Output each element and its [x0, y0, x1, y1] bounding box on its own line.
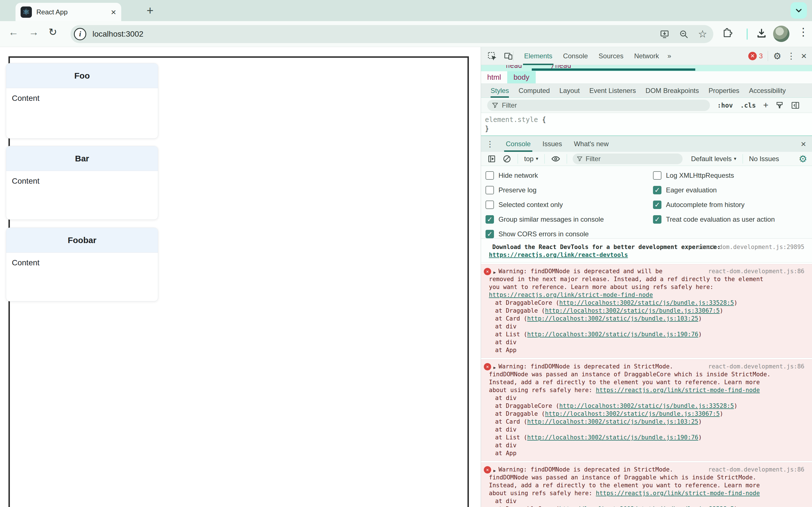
stack-source-link[interactable]: http://localhost:3002/static/js/bundle.j…: [559, 402, 734, 409]
checkbox[interactable]: [653, 215, 661, 224]
console-setting-option[interactable]: Hide network: [486, 168, 604, 183]
stack-source-link[interactable]: http://localhost:3002/static/js/bundle.j…: [527, 418, 698, 425]
console-sidebar-toggle-icon[interactable]: [487, 154, 496, 163]
styles-tab[interactable]: DOM Breakpoints: [646, 83, 699, 98]
profile-avatar[interactable]: [773, 25, 790, 42]
device-toolbar-icon[interactable]: [504, 51, 513, 61]
more-tabs-button[interactable]: »: [667, 52, 671, 60]
error-badge[interactable]: ✕ 3: [748, 52, 763, 60]
styles-tab[interactable]: Styles: [491, 83, 509, 98]
checkbox[interactable]: [486, 171, 494, 180]
stack-source-link[interactable]: http://localhost:3002/static/js/bundle.j…: [527, 315, 698, 322]
console-setting-option[interactable]: Selected context only: [486, 198, 604, 212]
stack-source-link[interactable]: http://localhost:3002/static/js/bundle.j…: [527, 434, 698, 441]
draggable-card[interactable]: Foobar Content: [6, 228, 158, 301]
toggle-hover-button[interactable]: :hov: [717, 102, 733, 109]
stack-source-link[interactable]: http://localhost:3002/static/js/bundle.j…: [559, 299, 734, 306]
card-header[interactable]: Bar: [6, 146, 158, 171]
devtools-settings-gear-icon[interactable]: ⚙: [773, 51, 781, 61]
expand-triangle-icon[interactable]: ▶: [493, 467, 496, 474]
card-header[interactable]: Foo: [6, 63, 158, 88]
toggle-class-button[interactable]: .cls: [740, 102, 756, 109]
browser-tab[interactable]: ⚛ React App ×: [15, 3, 121, 21]
devtools-menu-kebab-icon[interactable]: ⋮: [787, 51, 795, 61]
issues-counter[interactable]: No Issues: [749, 155, 779, 163]
console-setting-option[interactable]: Group similar messages in console: [486, 212, 604, 227]
reload-icon[interactable]: ↻: [49, 26, 57, 38]
checkbox[interactable]: [653, 171, 661, 180]
clear-console-icon[interactable]: [502, 154, 511, 163]
styles-filter-input[interactable]: Filter: [487, 100, 710, 111]
console-setting-option[interactable]: Log XMLHttpRequests: [653, 168, 775, 183]
address-bar[interactable]: i localhost:3002 ☆: [70, 25, 713, 43]
message-source-link[interactable]: react-dom.development.js:29895: [698, 243, 804, 251]
element-style-rule[interactable]: element.style { }: [481, 113, 812, 135]
checkbox[interactable]: [486, 230, 494, 238]
drawer-close-icon[interactable]: ×: [801, 139, 806, 149]
breadcrumb[interactable]: body: [507, 71, 536, 83]
site-info-icon[interactable]: i: [74, 28, 86, 40]
devtools-tab[interactable]: Network: [634, 47, 659, 65]
styles-tab[interactable]: Layout: [559, 83, 580, 98]
stack-source-link[interactable]: http://localhost:3002/static/js/bundle.j…: [559, 506, 734, 507]
url-text[interactable]: localhost:3002: [93, 30, 660, 39]
styles-tab[interactable]: Accessibility: [749, 83, 786, 98]
download-icon[interactable]: [756, 27, 767, 39]
console-filter-input[interactable]: Filter: [573, 154, 682, 164]
inspect-element-icon[interactable]: [487, 51, 497, 61]
brush-rendering-icon[interactable]: [775, 101, 784, 110]
console-settings-gear-icon[interactable]: ⚙: [799, 153, 807, 165]
stack-source-link[interactable]: http://localhost:3002/static/js/bundle.j…: [545, 410, 720, 417]
draggable-card[interactable]: Foo Content: [6, 63, 158, 138]
drawer-tab[interactable]: What's new: [574, 136, 608, 152]
checkbox[interactable]: [653, 186, 661, 194]
console-link[interactable]: https://reactjs.org/link/react-devtools: [489, 251, 628, 258]
styles-tab[interactable]: Properties: [709, 83, 739, 98]
expand-triangle-icon[interactable]: ▶: [493, 269, 496, 276]
log-levels-dropdown[interactable]: Default levels: [691, 155, 732, 163]
tab-search-chevron-button[interactable]: [791, 2, 807, 18]
checkbox[interactable]: [653, 201, 661, 209]
expand-triangle-icon[interactable]: ▶: [493, 363, 496, 372]
breadcrumb[interactable]: html: [481, 71, 507, 83]
new-style-rule-button[interactable]: +: [763, 100, 769, 110]
styles-tab[interactable]: Computed: [518, 83, 550, 98]
checkbox[interactable]: [486, 186, 494, 194]
draggable-card[interactable]: Bar Content: [6, 146, 158, 220]
card-header[interactable]: Foobar: [6, 228, 158, 252]
install-icon[interactable]: [660, 29, 669, 39]
console-setting-option[interactable]: Autocomplete from history: [653, 198, 775, 212]
console-setting-option[interactable]: Preserve log: [486, 183, 604, 198]
extensions-puzzle-icon[interactable]: [722, 27, 733, 39]
styles-tab[interactable]: Event Listeners: [589, 83, 636, 98]
drawer-tab[interactable]: Console: [506, 136, 530, 152]
devtools-tab[interactable]: Elements: [524, 47, 552, 65]
stack-source-link[interactable]: http://localhost:3002/static/js/bundle.j…: [527, 331, 698, 338]
tab-close-icon[interactable]: ×: [111, 8, 116, 17]
console-setting-option[interactable]: Eager evaluation: [653, 183, 775, 198]
sidebar-position-icon[interactable]: [791, 101, 800, 110]
context-selector[interactable]: top: [524, 155, 534, 163]
console-link[interactable]: https://reactjs.org/link/strict-mode-fin…: [596, 387, 760, 393]
devtools-tab[interactable]: Console: [563, 47, 588, 65]
zoom-out-icon[interactable]: [679, 29, 689, 39]
drawer-menu-kebab-icon[interactable]: ⋮: [486, 139, 494, 149]
devtools-close-icon[interactable]: ×: [801, 50, 807, 61]
live-expression-eye-icon[interactable]: [551, 154, 560, 164]
checkbox[interactable]: [486, 215, 494, 224]
message-source-link[interactable]: react-dom.development.js:86: [708, 466, 804, 473]
stack-source-link[interactable]: http://localhost:3002/static/js/bundle.j…: [545, 307, 720, 314]
console-link[interactable]: https://reactjs.org/link/strict-mode-fin…: [596, 490, 760, 497]
checkbox[interactable]: [486, 201, 494, 209]
devtools-tab[interactable]: Sources: [599, 47, 623, 65]
drawer-tab[interactable]: Issues: [543, 136, 562, 152]
forward-icon[interactable]: →: [29, 26, 39, 38]
bookmark-star-icon[interactable]: ☆: [698, 28, 707, 40]
console-setting-option[interactable]: Treat code evaluation as user action: [653, 212, 775, 227]
message-source-link[interactable]: react-dom.development.js:86: [708, 267, 804, 275]
message-source-link[interactable]: react-dom.development.js:86: [708, 362, 804, 371]
browser-menu-kebab-icon[interactable]: ⋮: [798, 25, 809, 38]
console-link[interactable]: https://reactjs.org/link/strict-mode-fin…: [489, 291, 653, 298]
new-tab-button[interactable]: +: [147, 4, 154, 17]
back-icon[interactable]: ←: [8, 26, 18, 38]
